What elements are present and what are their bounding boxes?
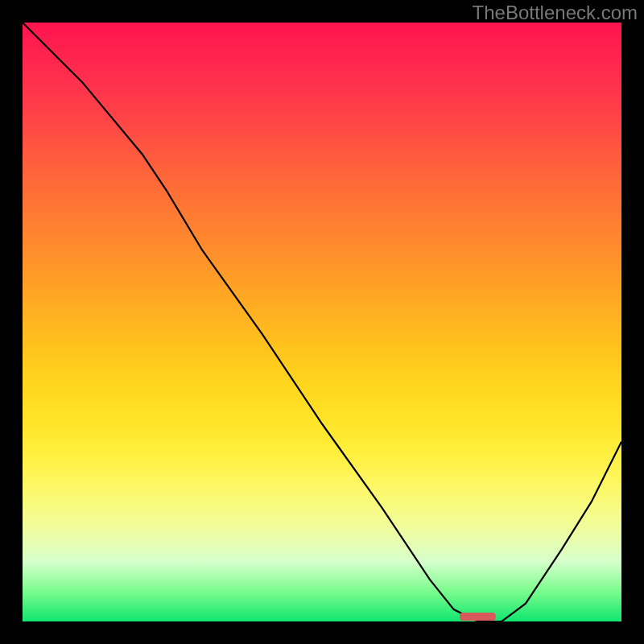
optimum-marker — [460, 613, 496, 621]
chart-frame: TheBottleneck.com — [0, 0, 644, 644]
bottleneck-curve — [23, 23, 621, 621]
plot-area — [23, 23, 621, 621]
chart-svg — [23, 23, 621, 621]
watermark-text: TheBottleneck.com — [473, 2, 638, 24]
